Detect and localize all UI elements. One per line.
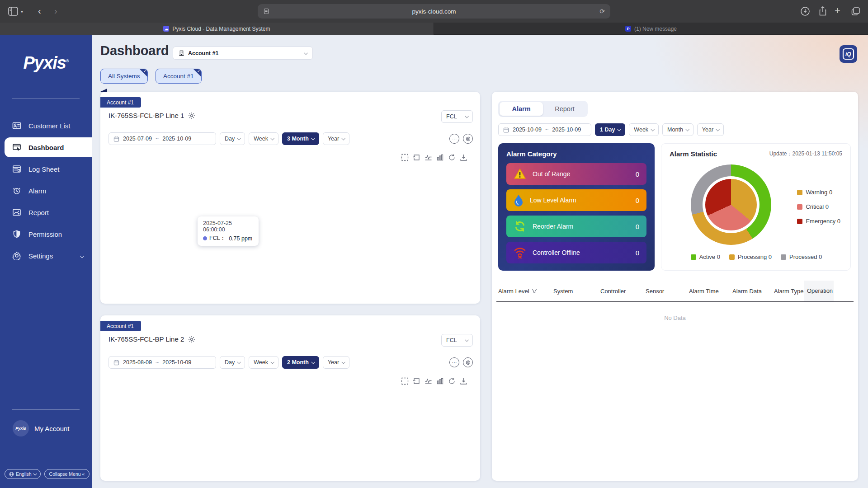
alarm-category-controller-offline[interactable]: Controller Offline0 bbox=[506, 242, 646, 263]
customer-list-icon bbox=[12, 121, 21, 130]
back-icon[interactable]: ‹ bbox=[38, 6, 41, 15]
range-button-year[interactable]: Year bbox=[323, 132, 349, 145]
sidebar: Pyxis® Customer ListDashboardLog SheetAl… bbox=[0, 35, 92, 488]
alarm-category-out-of-range[interactable]: Out of Range0 bbox=[506, 163, 646, 185]
category-label: Controller Offline bbox=[533, 249, 580, 256]
chart-settings-icon[interactable] bbox=[463, 134, 473, 144]
tab-new-message[interactable]: P (1) New message bbox=[434, 23, 868, 35]
account-badge: Account #1 bbox=[100, 321, 141, 331]
range-button-week[interactable]: Week bbox=[249, 356, 278, 369]
sensor-select[interactable]: FCL bbox=[441, 110, 473, 123]
download-icon[interactable] bbox=[460, 154, 467, 163]
column-header-alarm-data: Alarm Data bbox=[731, 281, 772, 301]
account-select[interactable]: Account #1 bbox=[173, 47, 313, 60]
legend-item-processing: Processing 0 bbox=[729, 253, 772, 260]
date-to: 2025-10-09 bbox=[162, 359, 191, 366]
alarm-statistic-card: Alarm Statistic Update：2025-01-13 11:50:… bbox=[661, 143, 851, 271]
column-header-alarm-time: Alarm Time bbox=[687, 281, 731, 301]
chart-tooltip: 2025-07-25 06:00:00 FCL：0.75 ppm bbox=[198, 216, 259, 246]
chip-account-#1[interactable]: Account #1✓ bbox=[156, 69, 202, 84]
page-icon bbox=[263, 8, 269, 14]
calendar-icon bbox=[113, 136, 119, 142]
more-options-icon[interactable]: ··· bbox=[449, 134, 459, 144]
category-count: 0 bbox=[636, 197, 639, 204]
chart-settings-icon[interactable] bbox=[463, 357, 473, 367]
chart-card-line1: Account #1 IK-765SS-FCL-BP Line 1 FCL 20… bbox=[100, 92, 480, 304]
sidebar-item-alarm[interactable]: Alarm bbox=[0, 182, 92, 200]
tab-report[interactable]: Report bbox=[543, 102, 586, 116]
date-to: 2025-10-09 bbox=[552, 127, 581, 133]
range-button-week[interactable]: Week bbox=[629, 123, 659, 136]
alarm-category-card: Alarm Category Out of Range0Low Level Al… bbox=[498, 143, 655, 271]
sensor-select[interactable]: FCL bbox=[441, 334, 473, 347]
alarm-category-reorder-alarm[interactable]: Reorder Alarm0 bbox=[506, 216, 646, 237]
collapse-label: Collapse Menu « bbox=[49, 471, 85, 477]
sidebar-item-log-sheet[interactable]: Log Sheet bbox=[0, 160, 92, 178]
line-chart-1[interactable] bbox=[100, 164, 480, 304]
range-button-1-day[interactable]: 1 Day bbox=[595, 123, 625, 136]
gear-icon[interactable] bbox=[188, 336, 195, 343]
date-range-input[interactable]: 2025-10-09 ~ 2025-10-09 bbox=[498, 123, 591, 136]
range-button-week[interactable]: Week bbox=[249, 132, 278, 145]
tab-alarm[interactable]: Alarm bbox=[500, 102, 543, 116]
alarm-panel: AlarmReport 2025-10-09 ~ 2025-10-09 1 Da… bbox=[492, 92, 858, 481]
line-chart-icon[interactable] bbox=[425, 154, 432, 163]
alarm-category-low-level-alarm[interactable]: Low Level Alarm0 bbox=[506, 189, 646, 211]
zoom-reset-icon[interactable] bbox=[413, 154, 420, 163]
zoom-select-icon[interactable] bbox=[401, 154, 409, 163]
sidebar-item-report[interactable]: Report bbox=[0, 203, 92, 221]
date-range-input[interactable]: 2025-07-09 ~ 2025-10-09 bbox=[108, 132, 216, 145]
sidebar-item-customer-list[interactable]: Customer List bbox=[0, 117, 92, 135]
range-button-day[interactable]: Day bbox=[220, 356, 245, 369]
sidebar-item-dashboard[interactable]: Dashboard bbox=[5, 137, 92, 157]
more-options-icon[interactable]: ··· bbox=[449, 357, 459, 367]
refresh-icon[interactable]: ⟳ bbox=[599, 8, 605, 15]
iq-button[interactable]: iQ bbox=[840, 45, 857, 63]
chip-all-systems[interactable]: All Systems✓ bbox=[100, 69, 148, 84]
language-label: English bbox=[16, 471, 31, 477]
sidebar-item-label: Dashboard bbox=[28, 144, 64, 151]
calendar-icon bbox=[503, 127, 509, 133]
cloud-icon: ☁ bbox=[163, 26, 169, 32]
sidebar-item-settings[interactable]: Settings bbox=[0, 247, 92, 265]
range-button-month[interactable]: Month bbox=[662, 123, 693, 136]
range-button-2-month[interactable]: 2 Month bbox=[282, 356, 319, 369]
range-button-year[interactable]: Year bbox=[697, 123, 724, 136]
url-bar[interactable]: pyxis-cloud.com ⟳ bbox=[258, 4, 610, 19]
category-count: 0 bbox=[636, 249, 639, 257]
collapse-menu-button[interactable]: Collapse Menu « bbox=[44, 469, 90, 479]
sidebar-item-my-account[interactable]: Pyxis My Account bbox=[0, 420, 92, 436]
sidebar-toggle-chevron-icon[interactable]: ▾ bbox=[21, 9, 23, 14]
restore-icon[interactable] bbox=[448, 154, 456, 163]
sidebar-item-permission[interactable]: Permission bbox=[0, 225, 92, 243]
range-button-3-month[interactable]: 3 Month bbox=[282, 132, 319, 145]
downloads-icon[interactable] bbox=[800, 6, 810, 16]
series-dot bbox=[203, 236, 207, 240]
column-header-alarm-level[interactable]: Alarm Level bbox=[496, 281, 552, 301]
forward-icon[interactable]: › bbox=[54, 6, 57, 15]
range-button-year[interactable]: Year bbox=[323, 356, 349, 369]
permission-icon bbox=[12, 230, 21, 239]
bar-chart-icon[interactable] bbox=[436, 154, 444, 163]
tab-overview-icon[interactable] bbox=[851, 6, 861, 16]
alarm-statistic-donut bbox=[691, 164, 771, 245]
account-select-value: Account #1 bbox=[188, 50, 218, 56]
date-to: 2025-10-09 bbox=[162, 136, 191, 142]
line-chart-2[interactable] bbox=[100, 385, 480, 481]
filter-icon[interactable] bbox=[532, 288, 537, 294]
app-root: Pyxis® Customer ListDashboardLog SheetAl… bbox=[0, 35, 868, 488]
tab-pyxis-cloud[interactable]: ☁ Pyxis Cloud - Data Management System bbox=[0, 23, 434, 35]
language-select[interactable]: English bbox=[5, 469, 41, 479]
share-icon[interactable] bbox=[818, 6, 828, 16]
date-range-input[interactable]: 2025-08-09 ~ 2025-10-09 bbox=[108, 356, 216, 369]
legend-item-critical: Critical 0 bbox=[797, 203, 840, 210]
range-button-day[interactable]: Day bbox=[220, 132, 245, 145]
new-tab-icon[interactable]: + bbox=[835, 6, 840, 16]
divider bbox=[12, 409, 80, 410]
sidebar-toggle-icon[interactable] bbox=[7, 5, 19, 17]
tab-title: (1) New message bbox=[634, 26, 677, 32]
report-icon bbox=[12, 208, 21, 217]
legend-item-processed: Processed 0 bbox=[781, 253, 822, 260]
column-header-sensor: Sensor bbox=[644, 281, 687, 301]
gear-icon[interactable] bbox=[188, 112, 195, 119]
